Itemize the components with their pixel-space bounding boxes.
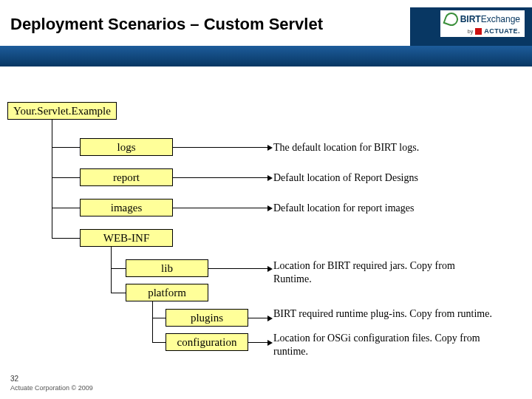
node-configuration-label: configuration bbox=[177, 336, 237, 349]
node-platform: platform bbox=[126, 284, 208, 301]
page-number: 32 bbox=[10, 375, 93, 383]
arrowhead-icon bbox=[267, 145, 273, 151]
connector bbox=[173, 177, 267, 178]
tree-branch bbox=[152, 318, 166, 318]
node-report-label: report bbox=[113, 171, 140, 184]
node-logs-label: logs bbox=[117, 141, 135, 154]
desc-configuration: Location for OSGi configuration files. C… bbox=[273, 332, 495, 358]
arrowhead-icon bbox=[267, 205, 273, 211]
node-images: images bbox=[80, 199, 173, 216]
node-plugins-label: plugins bbox=[191, 312, 223, 324]
node-platform-label: platform bbox=[148, 287, 186, 299]
tree-trunk bbox=[152, 301, 153, 342]
arrowhead-icon bbox=[267, 175, 273, 181]
header-blue-strip bbox=[0, 46, 532, 66]
connector bbox=[173, 208, 267, 208]
tree-trunk bbox=[52, 120, 52, 238]
tree-branch bbox=[52, 177, 80, 178]
node-root-label: Your.Servlet.Example bbox=[13, 105, 111, 117]
node-webinf: WEB-INF bbox=[80, 229, 173, 247]
node-logs: logs bbox=[80, 138, 173, 156]
actuate-square-icon bbox=[475, 28, 482, 35]
slide: Deployment Scenarios – Custom Servlet BI… bbox=[0, 0, 532, 399]
arrowhead-icon bbox=[267, 316, 273, 321]
tree-branch bbox=[111, 268, 126, 269]
logo-exchange-text: Exchange bbox=[481, 14, 520, 24]
node-webinf-label: WEB-INF bbox=[103, 232, 150, 245]
tree-branch bbox=[111, 293, 126, 293]
desc-images: Default location for report images bbox=[273, 202, 414, 215]
tree-branch bbox=[52, 238, 80, 239]
node-report: report bbox=[80, 168, 173, 186]
logo-area: BIRTExchange by ACTUATE. bbox=[440, 10, 525, 37]
connector bbox=[208, 268, 267, 269]
arrowhead-icon bbox=[267, 266, 273, 272]
node-root: Your.Servlet.Example bbox=[7, 102, 117, 120]
connector bbox=[173, 147, 267, 148]
node-plugins: plugins bbox=[166, 309, 248, 327]
tree-trunk bbox=[111, 247, 112, 293]
logo-vendor-text: ACTUATE. bbox=[484, 27, 520, 35]
connector bbox=[248, 342, 267, 343]
logo-by-text: by bbox=[468, 29, 473, 34]
desc-report: Default location of Report Designs bbox=[273, 171, 418, 185]
desc-lib: Location for BIRT required jars. Copy fr… bbox=[273, 259, 488, 285]
desc-plugins: BIRT required runtime plug-ins. Copy fro… bbox=[273, 307, 495, 321]
node-lib-label: lib bbox=[161, 262, 173, 275]
arrowhead-icon bbox=[267, 340, 273, 346]
node-lib: lib bbox=[126, 259, 208, 277]
tree-branch bbox=[52, 147, 80, 148]
birt-swirl-icon bbox=[443, 10, 460, 27]
slide-title: Deployment Scenarios – Custom Servlet bbox=[10, 15, 323, 34]
connector bbox=[248, 318, 267, 318]
tree-branch bbox=[52, 208, 80, 208]
footer: 32 Actuate Corporation © 2009 bbox=[10, 375, 93, 392]
logo-birt-text: BIRT bbox=[460, 14, 481, 24]
node-configuration: configuration bbox=[166, 333, 248, 351]
desc-logs: The default location for BIRT logs. bbox=[273, 141, 419, 154]
node-images-label: images bbox=[111, 202, 143, 214]
tree-branch bbox=[152, 342, 166, 343]
copyright: Actuate Corporation © 2009 bbox=[10, 384, 93, 392]
